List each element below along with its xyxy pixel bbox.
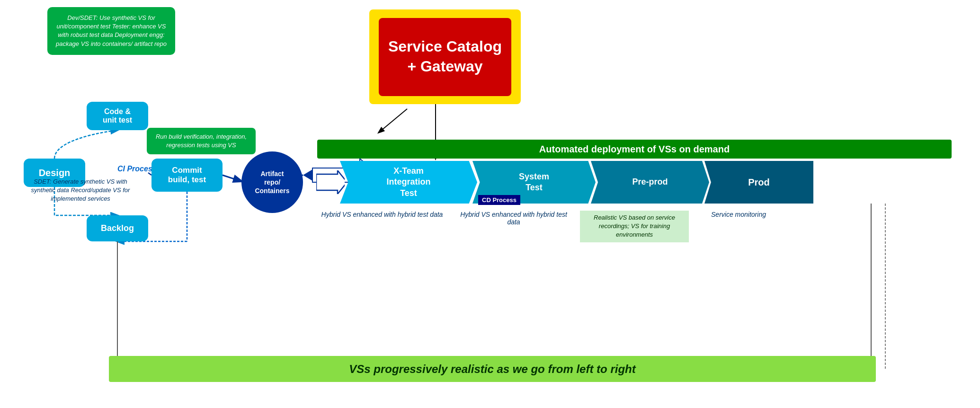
box-code: Code &unit test <box>87 102 148 130</box>
chevron-xteam: X-TeamIntegrationTest <box>340 161 477 204</box>
design-annotation: SDET: Generate synthetic VS with synthet… <box>24 177 137 204</box>
ci-annotation: CI Process <box>117 165 157 173</box>
top-annotation-text: Dev/SDET: Use synthetic VS for unit/comp… <box>56 14 167 47</box>
auto-deploy-banner: Automated deployment of VSs on demand <box>317 140 952 159</box>
service-catalog-inner: Service Catalog+ Gateway <box>379 18 511 96</box>
box-backlog: Backlog <box>87 215 148 241</box>
annot-prod-text: Service monitoring <box>711 211 766 218</box>
cd-text: CD Process <box>482 196 517 204</box>
arrow-connector <box>316 161 345 204</box>
svg-marker-1 <box>303 169 312 181</box>
chevron-prod: Prod <box>704 161 813 204</box>
prod-label: Prod <box>739 176 779 188</box>
ci-text: CI Process <box>117 165 157 173</box>
vs-progressively-banner: VSs progressively realistic as we go fro… <box>109 356 876 382</box>
chevron-preprod: Pre-prod <box>591 161 709 204</box>
top-annotation-box: Dev/SDET: Use synthetic VS for unit/comp… <box>47 7 175 55</box>
service-catalog-label: Service Catalog+ Gateway <box>388 37 502 76</box>
service-catalog-outer: Service Catalog+ Gateway <box>369 9 521 104</box>
annotation-xteam: Hybrid VS enhanced with hybrid test data <box>318 211 446 218</box>
vs-banner-text: VSs progressively realistic as we go fro… <box>349 363 636 376</box>
commit-annotation-text: Run build verification, integration, reg… <box>156 133 247 149</box>
svg-marker-10 <box>316 170 345 194</box>
annot-preprod-text: Realistic VS based on service recordings… <box>594 214 675 238</box>
diagram-container: Dev/SDET: Use synthetic VS for unit/comp… <box>0 0 980 408</box>
cd-process-label: CD Process <box>478 195 520 205</box>
pipeline-arrow <box>316 170 345 194</box>
annotation-system: Hybrid VS enhanced with hybrid test data <box>454 211 573 226</box>
annotation-prod: Service monitoring <box>691 211 786 218</box>
artifact-label: Artifactrepo/Containers <box>255 169 289 195</box>
system-label: SystemTest <box>506 171 562 194</box>
chevron-pipeline: X-TeamIntegrationTest SystemTest Pre-pro… <box>316 161 813 204</box>
svg-line-0 <box>223 175 241 181</box>
box-commit: Commitbuild, test <box>151 159 223 192</box>
preprod-label: Pre-prod <box>619 177 681 187</box>
design-label: Design <box>39 168 71 178</box>
commit-annotation-box: Run build verification, integration, reg… <box>147 128 256 154</box>
code-label: Code &unit test <box>103 107 132 124</box>
design-annotation-text: SDET: Generate synthetic VS with synthet… <box>31 178 130 202</box>
artifact-repo-circle: Artifactrepo/Containers <box>241 151 303 213</box>
annot-xteam-text: Hybrid VS enhanced with hybrid test data <box>321 211 443 218</box>
backlog-label: Backlog <box>101 223 134 233</box>
auto-deploy-text: Automated deployment of VSs on demand <box>539 144 730 155</box>
xteam-label: X-TeamIntegrationTest <box>373 166 445 199</box>
commit-label: Commitbuild, test <box>168 166 206 185</box>
annotation-preprod: Realistic VS based on service recordings… <box>580 211 689 242</box>
annot-system-text: Hybrid VS enhanced with hybrid test data <box>460 211 567 226</box>
